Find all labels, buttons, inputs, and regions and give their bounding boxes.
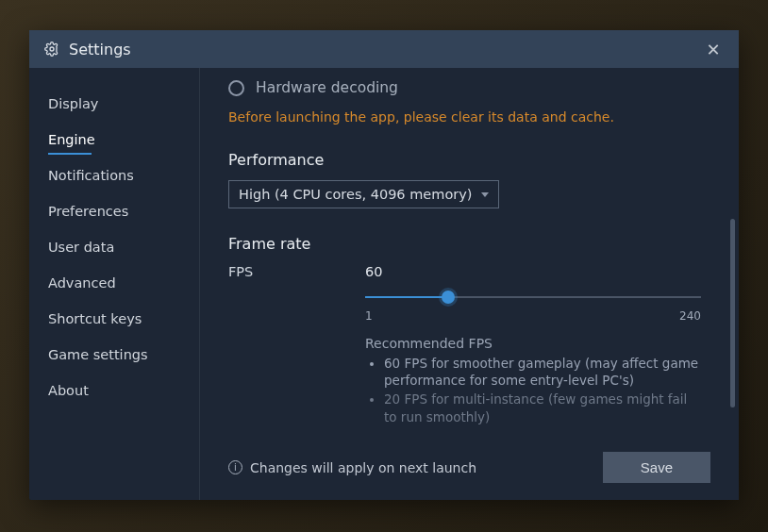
performance-title: Performance xyxy=(228,151,701,169)
footer-note-text: Changes will apply on next launch xyxy=(250,460,476,475)
footer: i Changes will apply on next launch Save xyxy=(200,439,739,500)
fps-slider[interactable] xyxy=(365,291,701,304)
fps-max: 240 xyxy=(679,309,701,323)
fps-min: 1 xyxy=(365,309,373,323)
fps-value: 60 xyxy=(365,264,701,279)
frame-rate-title: Frame rate xyxy=(228,235,701,253)
sidebar-item-label: Display xyxy=(48,96,98,111)
radio-icon xyxy=(228,80,244,96)
settings-modal: Settings ✕ Display Engine Notifications … xyxy=(29,30,739,500)
modal-body: Display Engine Notifications Preferences… xyxy=(29,68,739,500)
sidebar-item-label: Engine xyxy=(48,132,95,147)
recommended-title: Recommended FPS xyxy=(365,336,701,351)
scrollbar[interactable] xyxy=(730,219,735,407)
sidebar-item-label: Advanced xyxy=(48,275,116,291)
sidebar-item-label: User data xyxy=(48,240,114,255)
hardware-decoding-option[interactable]: Hardware decoding xyxy=(228,79,701,96)
info-icon: i xyxy=(228,460,242,474)
sidebar: Display Engine Notifications Preferences… xyxy=(29,68,200,500)
modal-title: Settings xyxy=(69,41,131,58)
warning-text: Before launching the app, please clear i… xyxy=(228,109,701,125)
titlebar: Settings ✕ xyxy=(29,30,739,68)
performance-value: High (4 CPU cores, 4096 memory) xyxy=(239,187,472,202)
sidebar-item-label: About xyxy=(48,383,89,398)
sidebar-item-game-settings[interactable]: Game settings xyxy=(29,338,199,372)
sidebar-item-user-data[interactable]: User data xyxy=(29,230,199,264)
sidebar-item-engine[interactable]: Engine xyxy=(29,123,199,157)
sidebar-item-label: Game settings xyxy=(48,347,148,362)
content-panel: Hardware decoding Before launching the a… xyxy=(200,68,739,500)
fps-row: FPS 60 1 240 Recommended FPS 60 FPS for … xyxy=(228,264,701,427)
save-button[interactable]: Save xyxy=(603,452,710,483)
slider-fill xyxy=(365,296,448,298)
sidebar-item-label: Preferences xyxy=(48,204,128,219)
sidebar-item-preferences[interactable]: Preferences xyxy=(29,194,199,228)
performance-select[interactable]: High (4 CPU cores, 4096 memory) xyxy=(228,180,499,208)
gear-icon xyxy=(44,42,59,57)
fps-label: FPS xyxy=(228,264,365,279)
svg-point-0 xyxy=(50,47,54,51)
sidebar-item-notifications[interactable]: Notifications xyxy=(29,158,199,192)
sidebar-item-shortcut-keys[interactable]: Shortcut keys xyxy=(29,302,199,336)
sidebar-item-label: Shortcut keys xyxy=(48,311,142,326)
rec-item: 60 FPS for smoother gameplay (may affect… xyxy=(384,355,701,389)
sidebar-item-label: Notifications xyxy=(48,168,134,183)
footer-note: i Changes will apply on next launch xyxy=(228,460,476,475)
close-icon[interactable]: ✕ xyxy=(703,39,724,59)
slider-range: 1 240 xyxy=(365,309,701,323)
rec-item: 20 FPS for multi-instance (few games mig… xyxy=(384,391,701,424)
sidebar-item-display[interactable]: Display xyxy=(29,87,199,121)
sidebar-item-about[interactable]: About xyxy=(29,374,199,407)
fps-block: 60 1 240 Recommended FPS 60 FPS for smoo… xyxy=(365,264,701,427)
recommended-list: 60 FPS for smoother gameplay (may affect… xyxy=(365,355,701,425)
sidebar-item-advanced[interactable]: Advanced xyxy=(29,266,199,300)
hardware-decoding-label: Hardware decoding xyxy=(256,79,398,96)
slider-thumb[interactable] xyxy=(442,291,455,304)
chevron-down-icon xyxy=(481,192,489,197)
